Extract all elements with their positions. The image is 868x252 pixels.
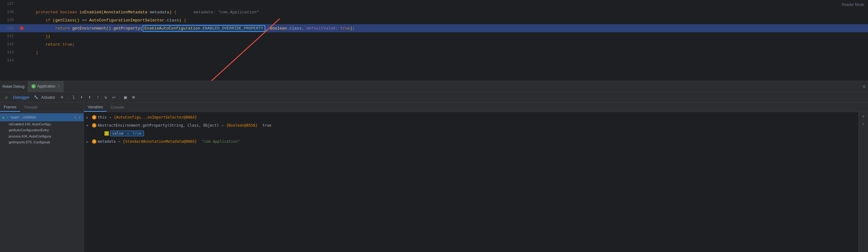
evaluate-expr-button[interactable]: ↻x [110, 94, 118, 101]
right-actions: + » [858, 112, 868, 252]
right-panel: Variables Console ▶ o this = {AutoConfig… [84, 103, 868, 252]
toolbar-separator-1 [67, 95, 68, 100]
var-value-metadata-ref: {StandardAnnotationMetadata@8065} [123, 139, 197, 144]
layout-button[interactable]: ⊞ [130, 94, 137, 101]
var-icon-metadata: o [92, 139, 96, 144]
code-line-142: 142 return true; [0, 40, 868, 48]
threads-section: ▶ ✓ "main"...UNNING ▼ ▼ isEnabled:140, A… [0, 112, 84, 252]
variables-tab[interactable]: Variables [84, 103, 106, 112]
code-line-143: 143 } [0, 48, 868, 57]
evaluate-button[interactable]: ↻ [102, 94, 110, 101]
line-number: 141 [0, 34, 19, 38]
expand-panel-button[interactable]: » [860, 121, 867, 128]
watch-button[interactable]: ▦ [122, 94, 129, 101]
tab-label: Application [37, 84, 55, 88]
value-highlighted-box: value = true [110, 131, 144, 136]
var-eq-getproperty: = [221, 123, 223, 128]
expand-icon-getproperty[interactable]: ▼ [86, 124, 91, 127]
debugger-tab[interactable]: Debugger [10, 95, 32, 100]
line-number: 143 [0, 50, 19, 55]
editor-area: Reader Mode 137 138 protected boolean is… [0, 0, 868, 81]
expand-icon-this[interactable]: ▶ [86, 116, 91, 119]
panel-tabs: Frames Threads [0, 103, 84, 112]
stack-frame-3[interactable]: process:434, AutoConfigura [0, 134, 84, 139]
variables-content: ▶ o this = {AutoConfigu...onImportSelect… [84, 112, 858, 252]
frame-text-3: process:434, AutoConfigura [9, 134, 51, 139]
threads-tab[interactable]: Threads [20, 103, 41, 112]
line-number: 140 [0, 26, 19, 30]
code-line-139: 139 if (getClass() == AutoConfigurationI… [0, 16, 868, 24]
frame-text-1: isEnabled:140, AutoConfigu [9, 122, 51, 127]
code-line-144: 144 [0, 57, 868, 65]
debug-header: Rebel Debug: ▶ Application × ⚙ [0, 81, 868, 92]
var-eq-value: = [127, 131, 129, 136]
frame-text-4: getImports:879, Configurati [9, 140, 50, 145]
variable-row-getproperty[interactable]: ▼ o AbstractEnvironment.getProperty(Stri… [84, 121, 858, 130]
code-line-140: 140 return getEnvironment().getProperty(… [0, 24, 868, 32]
actuator-tab[interactable]: Actuator [39, 95, 58, 100]
line-content-142: return true; [25, 42, 868, 47]
gutter-breakpoint-140 [19, 26, 25, 30]
variable-row-metadata[interactable]: ▶ o metadata = {StandardAnnotationMetada… [84, 138, 858, 146]
code-line-138: 138 protected boolean isEnabled(Annotati… [0, 8, 868, 16]
debug-main-content: Frames Threads ▶ ✓ "main"...UNNING ▼ ▼ i… [0, 103, 868, 252]
step-over-button[interactable]: ⤵ [70, 94, 77, 101]
thread-filter-icon[interactable]: ▼ [73, 115, 77, 119]
line-number: 144 [0, 58, 19, 63]
var-value-true: true [262, 123, 271, 128]
code-line-141: 141 }| [0, 32, 868, 40]
thread-item-main[interactable]: ▶ ✓ "main"...UNNING ▼ ▼ [0, 113, 84, 121]
var-name-this: this [98, 115, 106, 119]
variable-row-value[interactable]: i value = true [84, 130, 858, 138]
stack-frame-4[interactable]: getImports:879, Configurati [0, 139, 84, 145]
restart-icon[interactable]: ↺ [2, 94, 10, 101]
expand-icon-value [99, 132, 103, 135]
debug-toolbar: ↺ Debugger 🔧 Actuator ≡ ⤵ ⬇ ⬆ ↑ ↻ ↻x ▦ ⊞ [0, 92, 868, 103]
line-number: 138 [0, 10, 19, 14]
console-tab[interactable]: Console [106, 103, 128, 112]
stack-frame-1[interactable]: isEnabled:140, AutoConfigu [0, 121, 84, 127]
line-content-138: protected boolean isEnabled(AnnotationMe… [25, 10, 868, 14]
var-icon-this: o [92, 115, 96, 119]
var-name-metadata: metadata [98, 139, 116, 144]
line-content-140: return getEnvironment().getProperty(Enab… [25, 25, 868, 32]
step-out-button[interactable]: ⬆ [86, 94, 93, 101]
toolbar-separator-2 [119, 95, 120, 100]
tab-green-icon: ▶ [31, 84, 36, 88]
var-eq-this: = [109, 115, 111, 119]
var-icon-getproperty: o [92, 123, 96, 128]
step-into-button[interactable]: ⬇ [78, 94, 85, 101]
line-number: 142 [0, 42, 19, 46]
variable-row-this[interactable]: ▶ o this = {AutoConfigu...onImportSelect… [84, 113, 858, 121]
code-editor: 137 138 protected boolean isEnabled(Anno… [0, 0, 868, 65]
line-content-141: }| [25, 34, 868, 39]
thread-name: "main"...UNNING [10, 115, 72, 119]
frames-tab[interactable]: Frames [0, 103, 20, 112]
line-number: 137 [0, 2, 19, 6]
frame-text-2: getAutoConfigurationEntry: [9, 128, 50, 133]
expand-icon-metadata[interactable]: ▶ [86, 140, 91, 143]
run-to-cursor-button[interactable]: ↑ [94, 94, 101, 101]
thread-check-icon: ✓ [6, 116, 9, 119]
code-line-137: 137 [0, 0, 868, 8]
application-tab[interactable]: ▶ Application × [28, 81, 64, 92]
add-watch-button[interactable]: + [860, 113, 867, 120]
thread-dropdown-icon[interactable]: ▼ [78, 116, 81, 119]
settings-button[interactable]: ⚙ [863, 84, 866, 89]
variables-tabs: Variables Console [84, 103, 868, 112]
menu-icon[interactable]: ≡ [58, 94, 66, 101]
thread-play-icon: ▶ [2, 116, 5, 119]
var-value-this: {AutoConfigu...onImportSelector@8064} [114, 115, 197, 119]
debug-panel: Rebel Debug: ▶ Application × ⚙ ↺ Debugge… [0, 81, 868, 252]
var-value-getproperty: {Boolean@8558} [226, 123, 257, 128]
property-highlight: EnableAutoConfiguration.ENABLED_OVERRIDE… [143, 25, 265, 32]
var-name-value: value [112, 131, 123, 136]
breakpoint-icon [20, 26, 24, 30]
tab-close-button[interactable]: × [58, 84, 60, 88]
line-content-143: } [25, 50, 868, 55]
var-value-metadata-str: "com.Application" [202, 139, 240, 144]
stack-frame-2[interactable]: getAutoConfigurationEntry: [0, 127, 84, 133]
line-content-139: if (getClass() == AutoConfigurationImpor… [25, 18, 868, 23]
var-value-value: true [133, 131, 142, 136]
left-panel: Frames Threads ▶ ✓ "main"...UNNING ▼ ▼ i… [0, 103, 84, 252]
